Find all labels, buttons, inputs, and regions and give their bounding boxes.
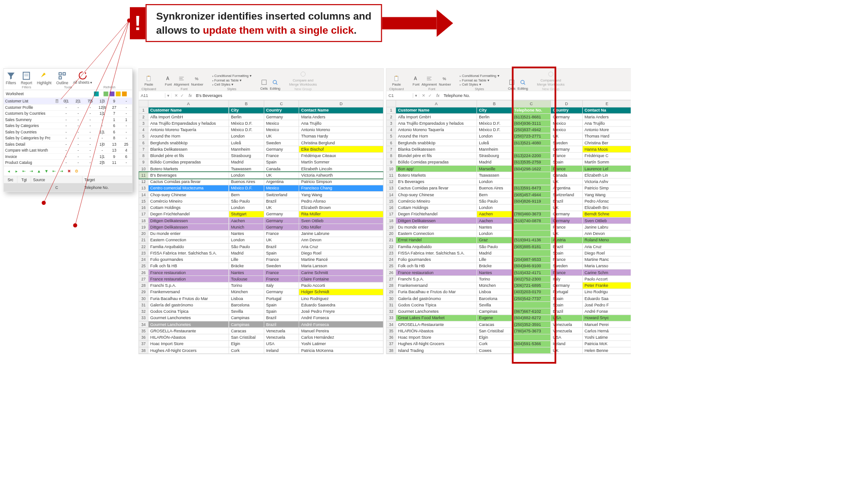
ws-row[interactable]: Sales Detail---1|01325	[4, 141, 132, 148]
formula-bar[interactable]: C1 ▾ ✕✓ fx Telephone No.	[386, 91, 631, 100]
table-row[interactable]: 28Franchi S.p.A.TorinoItalyPaolo Accorti	[139, 282, 383, 289]
cancel-formula-icon[interactable]: ✕	[422, 93, 426, 98]
swatch[interactable]	[116, 92, 121, 97]
table-row[interactable]: 36Hoac Import StoreElginUSAYoshi Latime	[387, 334, 631, 341]
compare-merge-button[interactable]: Compare andMerge Workbooks	[537, 71, 564, 87]
cells-button[interactable]: Cells	[260, 79, 268, 90]
table-row[interactable]: 29FrankenversandMünchenGermanyHolger Sch…	[139, 289, 383, 295]
table-row[interactable]: 29Furia Bacalhau e Frutos do MarLisboa(4…	[387, 289, 631, 295]
table-row[interactable]: 21Eastern ConnectionLondonUKAnn Devon	[139, 237, 383, 243]
table-row[interactable]: 38Hughes All-Night GrocersCorkIrelandPat…	[139, 347, 383, 353]
swatch[interactable]	[122, 92, 127, 97]
ws-row[interactable]: Sales Summery----11	[4, 117, 132, 123]
nav-icons[interactable]: ◂ ▸ ⇤ ⇥ ▲ ▼ ⇤ ⇥ ✖ ⚙	[4, 166, 132, 176]
table-row[interactable]: 25Folk och fä HBBräckeSwedenMaria Larsso…	[139, 263, 383, 269]
paste-button[interactable]: Paste	[392, 75, 401, 87]
ws-row[interactable]: Sales by Countries---1|16-	[4, 129, 132, 135]
ws-row[interactable]: Compare with Last Month----134	[4, 147, 132, 153]
name-box-dropdown-icon[interactable]: ▾	[413, 93, 420, 98]
accept-formula-icon[interactable]: ✓	[428, 93, 432, 98]
swatch[interactable]	[94, 92, 99, 97]
table-row[interactable]: 20Eastern ConnectionLondonUKAnn Devon	[387, 230, 631, 237]
name-box-dropdown-icon[interactable]: ▾	[165, 93, 172, 98]
number-button[interactable]: %Number	[191, 75, 203, 87]
table-row[interactable]: 19Du monde entierNantesFranceJanine Labr…	[387, 224, 631, 230]
table-row[interactable]: 10Bon app'Marseille(604)298-1622FranceLa…	[387, 165, 631, 172]
number-button[interactable]: %Number	[439, 75, 451, 87]
all-sheets-button[interactable]: All sheets ▾	[73, 71, 92, 85]
name-box[interactable]: A11	[139, 93, 166, 98]
swatch[interactable]	[103, 92, 108, 97]
table-row[interactable]: 23FISSA Fabrica Inter. Salchichas S.A.Ma…	[139, 250, 383, 256]
table-row[interactable]: 17Degen FrüchtehandelStuttgartGermanyRit…	[139, 211, 383, 217]
table-row[interactable]: 30Galería del gastrónomoBarcelona(250)54…	[387, 295, 631, 301]
src-tgt-row[interactable]: C Telephone No.	[4, 183, 132, 191]
table-row[interactable]: 12B's BeveragesLondonUKVictoria Ashv	[387, 178, 631, 185]
swatch[interactable]	[110, 92, 115, 97]
table-row[interactable]: 36HILARIÓN-AbastosSan CristóbalVenezuela…	[139, 334, 383, 341]
table-row[interactable]: 30Furia Bacalhau e Frutos do MarLisboaPo…	[139, 295, 383, 301]
highlight-button[interactable]: Highlight	[37, 71, 51, 85]
cancel-formula-icon[interactable]: ✕	[174, 93, 178, 98]
table-row[interactable]: 3Ana Trujillo Emparedados y heladosMéxic…	[139, 120, 383, 127]
table-row[interactable]: 6Berglunds snabbköpLuleåSwedenChristina …	[139, 139, 383, 146]
table-row[interactable]: 7Blanka DelikatessenMannheimGermanyHanna…	[387, 146, 631, 153]
table-row[interactable]: 8Blondel père et filsStrasbourgFranceFré…	[139, 153, 383, 159]
nav-icon[interactable]: ⇤	[51, 168, 57, 173]
ws-row[interactable]: Customer List 🗄0|12|17|51|39-	[4, 98, 132, 104]
ws-row[interactable]: Sales by Categories by Prc----8-	[4, 135, 132, 141]
cell-styles-button[interactable]: Cell Styles ▾	[212, 83, 251, 87]
table-row[interactable]: 3Ana Trujillo Emparedados y heladosMéxic…	[387, 120, 631, 127]
font-button[interactable]: AFont	[413, 75, 420, 87]
table-row[interactable]: 15Comércio MineiroSão PauloBrazilPedro A…	[139, 198, 383, 204]
table-row[interactable]: 35GROSELLA-RestauranteCaracasVenezuelaMa…	[139, 328, 383, 334]
table-row[interactable]: 8Blondel père et filsStrasbourg(613)224-…	[387, 153, 631, 159]
table-row[interactable]: 22Familia ArquibaldoSão Paulo(905)885-81…	[387, 243, 631, 249]
table-row[interactable]: 34Gourmet LanchonetesCampinasBrazilAndré…	[139, 321, 383, 327]
table-row[interactable]: 31Godos Cocina TípicaSevillaSpainJosé Pe…	[387, 302, 631, 308]
fx-icon[interactable]: fx	[187, 93, 194, 98]
nav-prev-icon[interactable]: ▸	[13, 168, 20, 173]
ws-row[interactable]: Sales by Categories----6-	[4, 122, 132, 129]
table-row[interactable]: 23FISSA Fabrica Inter. Salchichas S.A.Ma…	[387, 250, 631, 256]
table-row[interactable]: 9Bólido Comidas preparadasMadrid(613)535…	[387, 159, 631, 165]
alignment-button[interactable]: Alignment	[421, 75, 436, 87]
table-row[interactable]: 26France restaurationNantesFranceCarine …	[139, 269, 383, 275]
nav-down-icon[interactable]: ▼	[43, 168, 50, 173]
table-row[interactable]: 17Degen FrüchtehandelAachen(780)460-3673…	[387, 211, 631, 217]
table-row[interactable]: 6Berglunds snabbköpLuleå(613)521-4080Swe…	[387, 139, 631, 146]
name-box[interactable]: C1	[386, 93, 413, 98]
table-row[interactable]: 14Chop-suey ChineseBern(905)457-4944Swit…	[387, 191, 631, 198]
ws-row[interactable]: Customer Profile---12|827-	[4, 104, 132, 111]
table-row[interactable]: 2Alfa Import GmbHBerlin(613)521-8681Germ…	[387, 113, 631, 120]
table-row[interactable]: 27France restaurationToulouseFranceClair…	[139, 276, 383, 282]
table-row[interactable]: 5Around the HornLondon(250)723-2771UKTho…	[387, 133, 631, 139]
nav-gear-icon[interactable]: ⚙	[73, 168, 80, 173]
table-row[interactable]: 26France restaurationNantes(519)432-4171…	[387, 269, 631, 275]
alignment-button[interactable]: Alignment	[174, 75, 189, 87]
table-row[interactable]: 24Folio gourmandesLilleFranceMartine Ran…	[139, 256, 383, 263]
table-row[interactable]: 35HILARIÓN-AbastosSan Cristóbal(780)475-…	[387, 328, 631, 334]
table-row[interactable]: 14Chop-suey ChineseBernSwitzerlandYang W…	[139, 191, 383, 198]
ws-row[interactable]: Product Catalog---2|511-	[4, 159, 132, 166]
table-row[interactable]: 34GROSELLA-RestauranteCaracas(250)352-35…	[387, 321, 631, 327]
table-row[interactable]: 11B's BeveragesLondonUKVictoria Ashworth	[139, 172, 383, 178]
nav-up-icon[interactable]: ▲	[36, 168, 42, 173]
cell-styles-button[interactable]: Cell Styles ▾	[460, 83, 499, 87]
ws-row[interactable]: Customers by Countries---1|17-	[4, 110, 132, 117]
filters-button[interactable]: Filters	[6, 71, 16, 85]
table-row[interactable]: 2Alfa Import GmbHBerlinGermanyMaria Ande…	[139, 113, 383, 120]
table-row[interactable]: 13Centro comercial MoctezumaMéxico D.F.M…	[139, 185, 383, 191]
formula-content[interactable]: Telephone No.	[441, 93, 631, 98]
table-row[interactable]: 16Cottam HoldingsLondonUKElizabeth Brown	[139, 204, 383, 211]
table-row[interactable]: 27Franchi S.p.A.Torino(902)752-2300Italy…	[387, 276, 631, 282]
table-row[interactable]: 7Blanka DelikatessenMannheimGermanyElke …	[139, 146, 383, 153]
sheet-grid[interactable]: ABCDE1Customer NameCityTelephone No.Coun…	[386, 100, 631, 354]
compare-merge-button[interactable]: Compare andMerge Workbooks	[289, 71, 317, 87]
format-as-table-button[interactable]: Format as Table ▾	[212, 78, 251, 82]
table-row[interactable]: 18Dittgen DelikatessenAachenGermanySven …	[139, 217, 383, 224]
font-button[interactable]: AFont	[165, 75, 172, 87]
table-row[interactable]: 15Comércio MineiroSão Paulo(604)826-9119…	[387, 198, 631, 204]
table-row[interactable]: 38Island TradingCowesUKHelen Benne	[387, 347, 631, 353]
table-row[interactable]: 21Ernst HandelGraz(519)941-4136AustriaRo…	[387, 237, 631, 243]
